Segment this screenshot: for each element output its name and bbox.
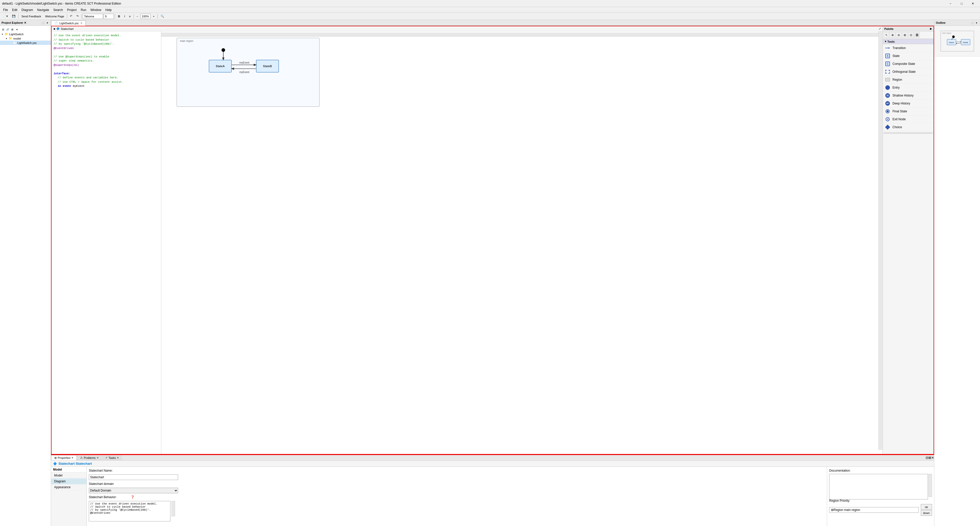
bottom-area: ⊞ Properties ✕ ⚠ Problems ✕ ✓ Tasks ✕ ⊟ … [51, 454, 934, 526]
menu-navigate[interactable]: Navigate [35, 8, 51, 12]
props-maximize-btn[interactable]: ⊠ [928, 455, 931, 461]
menu-file[interactable]: File [1, 8, 10, 12]
welcome-page-button[interactable]: Welcome Page [43, 14, 66, 19]
tb-sep6 [158, 14, 158, 19]
editor-tab-lightswitch[interactable]: 📄 LightSwitch.ysc ✕ [51, 21, 86, 26]
palette-region[interactable]: Region [883, 76, 934, 84]
diagram-vscrollbar[interactable] [878, 32, 883, 450]
palette-transition[interactable]: Transition [883, 44, 934, 52]
palette-composite-state[interactable]: C Composite State [883, 60, 934, 68]
breadcrumb-back-btn[interactable]: ◀ [53, 27, 55, 30]
view-menu-btn[interactable]: ▾ [15, 27, 19, 32]
props-nav-appearance[interactable]: Appearance [51, 485, 86, 490]
save-button[interactable]: 💾 [10, 14, 18, 19]
font-family-input[interactable] [83, 14, 103, 19]
palette-tools-section[interactable]: ▾ Tools [883, 39, 934, 44]
palette-choice-label: Choice [892, 125, 902, 129]
search-button[interactable]: 🔍 [159, 14, 166, 19]
palette-final-state[interactable]: Final State [883, 107, 934, 115]
tree-item-lightswitch-root[interactable]: ▾ 📁 LightSwitch [0, 32, 51, 36]
palette-state[interactable]: S State [883, 52, 934, 60]
tree-item-model[interactable]: ▾ 📁 model [0, 36, 51, 41]
main-layout: Project Explorer ✕ ⬜ ▾ ⊟ 🔗 ⊞ ▾ ▾ 📁 Light… [0, 20, 980, 526]
maximize-button[interactable]: □ [956, 1, 967, 6]
props-minimize-btn[interactable]: ⊟ [926, 455, 928, 461]
props-close-btn[interactable]: ✕ [931, 455, 934, 461]
props-nav-diagram[interactable]: Diagram [51, 478, 86, 485]
palette-fit-btn[interactable]: ⊞ [902, 32, 907, 38]
domain-select[interactable]: Default Domain [89, 488, 178, 493]
undo-button[interactable]: ↶ [68, 14, 74, 19]
palette-shallow-history[interactable]: H Shallow History [883, 92, 934, 100]
redo-button[interactable]: ↷ [75, 14, 80, 19]
code-editor[interactable]: // Use the event driven execution model.… [52, 32, 161, 454]
palette-entry[interactable]: Entry [883, 84, 934, 92]
link-with-editor-btn[interactable]: 🔗 [6, 27, 10, 32]
palette-img-btn[interactable]: 🖼 [914, 32, 920, 38]
left-panel: ◀ 🔷 Statechart ⤢ // Use the event driven… [52, 26, 883, 454]
outline-collapse-btn[interactable]: ⬜ [970, 21, 974, 25]
tab-problems[interactable]: ⚠ Problems ✕ [77, 455, 102, 461]
palette-zoom-in-btn[interactable]: ⊕ [890, 32, 895, 38]
region-down-btn[interactable]: down [921, 510, 932, 516]
deep-history-icon: H* [885, 100, 891, 106]
palette-choice[interactable]: Choice [883, 123, 934, 131]
new-button[interactable]: 📄▾ [1, 14, 10, 19]
palette-orthogonal-state[interactable]: Orthogonal State [883, 68, 934, 76]
diagram-hscrollbar[interactable] [161, 32, 878, 37]
bold-button[interactable]: B [116, 14, 122, 19]
palette-region-label: Region [892, 78, 902, 81]
state-a[interactable]: StateA [209, 60, 232, 73]
maximize-editor-btn[interactable]: ⤢ [879, 27, 881, 30]
outline-menu-btn[interactable]: ▾ [974, 21, 978, 25]
menu-search[interactable]: Search [51, 8, 65, 12]
doc-scrollbar[interactable] [928, 474, 932, 497]
menu-help[interactable]: Help [103, 8, 114, 12]
choice-icon [885, 124, 891, 130]
menu-diagram[interactable]: Diagram [19, 8, 35, 12]
tab-tasks[interactable]: ✓ Tasks ✕ [102, 455, 122, 461]
props-row-name: Statechart Name: [89, 469, 825, 472]
palette-scrollbar[interactable] [883, 132, 933, 134]
pe-menu-btn[interactable]: ▾ [45, 21, 49, 25]
collapse-all-btn[interactable]: ⊟ [1, 27, 5, 32]
project-explorer: Project Explorer ✕ ⬜ ▾ ⊟ 🔗 ⊞ ▾ ▾ 📁 Light… [0, 20, 51, 526]
region-up-btn[interactable]: up [921, 504, 932, 510]
behavior-textarea[interactable]: // Use the event driven execution model.… [89, 501, 170, 521]
props-nav-model[interactable]: Model [51, 473, 86, 478]
state-b[interactable]: StateB [256, 60, 279, 73]
palette-header: Palette ▶ [883, 26, 934, 32]
palette-select-btn[interactable]: ↖ [883, 32, 889, 38]
menu-window[interactable]: Window [88, 8, 103, 12]
diagram-canvas[interactable]: main region StateA StateB [161, 32, 883, 454]
bottom-tab-bar: ⊞ Properties ✕ ⚠ Problems ✕ ✓ Tasks ✕ ⊟ … [51, 455, 934, 461]
italic-button[interactable]: I [122, 14, 127, 19]
zoom-in-button[interactable]: + [151, 14, 156, 19]
send-feedback-button[interactable]: Send Feedback [20, 14, 43, 19]
minimize-button[interactable]: − [945, 1, 956, 6]
documentation-textarea[interactable] [829, 474, 928, 499]
pe-collapse-btn[interactable]: ⬜ [41, 21, 45, 25]
align-left-button[interactable]: ≡ [127, 14, 132, 19]
properties-content: Model Model Diagram Appearance Statechar… [51, 467, 934, 526]
behavior-help-btn[interactable]: ❓ [130, 495, 135, 499]
close-tab-btn[interactable]: ✕ [80, 22, 83, 24]
close-button[interactable]: ✕ [968, 1, 978, 6]
font-size-input[interactable] [103, 14, 114, 19]
zoom-out-button[interactable]: − [135, 14, 140, 19]
tab-properties[interactable]: ⊞ Properties ✕ [51, 455, 77, 461]
menu-project[interactable]: Project [65, 8, 79, 12]
props-navigation: Model Model Diagram Appearance [51, 467, 87, 526]
palette-exit-node[interactable]: ✕ Exit Node [883, 115, 934, 123]
menu-edit[interactable]: Edit [10, 8, 19, 12]
palette-connect-btn[interactable]: ⊡ [908, 32, 914, 38]
palette-deep-history[interactable]: H* Deep History [883, 100, 934, 107]
editor-diagram-area: ◀ 🔷 Statechart ⤢ // Use the event driven… [51, 26, 934, 454]
filter-btn[interactable]: ⊞ [10, 27, 14, 32]
zoom-input[interactable] [140, 14, 151, 19]
statechart-name-input[interactable] [89, 474, 178, 480]
palette-expand-btn[interactable]: ▶ [930, 27, 932, 30]
menu-run[interactable]: Run [79, 8, 88, 12]
tree-item-lightswitch-ysc[interactable]: 📄 LightSwitch.ysc [0, 41, 51, 45]
palette-zoom-out-btn[interactable]: ⊖ [896, 32, 901, 38]
